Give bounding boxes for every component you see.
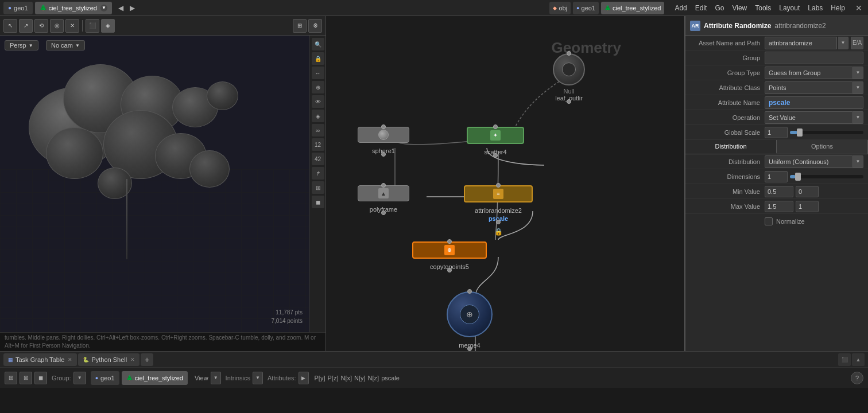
attribute-name-row: Attribute Name pscale (685, 95, 868, 110)
tab-ciel-tree-right[interactable]: 🌲 ciel_tree_stylized (601, 2, 664, 14)
asset-name-dropdown[interactable]: ▼ (838, 37, 848, 49)
side-tool-9[interactable]: 42 (312, 153, 324, 165)
side-tool-8[interactable]: 12 (312, 138, 324, 151)
node-null-leaf-outliner[interactable]: Null leaf_outlir (553, 53, 585, 102)
side-tool-1[interactable]: 🔍 (312, 38, 324, 50)
bottom-tab-python[interactable]: 🐍 Python Shell ✕ (78, 353, 140, 366)
node-attribrandomize2[interactable]: ≡ 🔒 attribrandomize2 pscale (464, 185, 533, 222)
menu-edit[interactable]: Edit (692, 3, 711, 13)
group-type-dropdown[interactable]: ▼ (853, 67, 863, 79)
select-tool-btn[interactable]: ↖ (3, 19, 17, 33)
no-cam-button[interactable]: No cam ▼ (46, 40, 85, 50)
tab-obj[interactable]: ◆ obj (549, 2, 571, 14)
btm-tool-1[interactable]: ⊞ (5, 372, 17, 384)
tab-close-python[interactable]: ✕ (130, 357, 135, 363)
layout-btn[interactable]: ⊞ (293, 19, 307, 33)
side-tool-6[interactable]: ◈ (312, 110, 324, 122)
panel-maximize-btn[interactable]: ▲ (852, 353, 865, 366)
tab-close-left[interactable]: ▼ (100, 5, 107, 11)
asset-name-label: Asset Name and Path (690, 40, 765, 46)
group-type-select[interactable]: Guess from Group ▼ (765, 67, 863, 79)
tab-distribution[interactable]: Distribution (685, 140, 777, 154)
group-type-label: Group Type (690, 69, 765, 76)
nav-forward[interactable]: ▶ (128, 3, 137, 13)
distribution-dropdown[interactable]: ▼ (853, 155, 863, 168)
menu-view[interactable]: View (728, 3, 750, 13)
bottom-tab-task-graph[interactable]: ▦ Task Graph Table ✕ (3, 353, 77, 366)
menu-labs[interactable]: Labs (804, 3, 826, 13)
menu-layout[interactable]: Layout (776, 3, 803, 13)
bottom-tabs-bar: ▦ Task Graph Table ✕ 🐍 Python Shell ✕ + … (0, 351, 868, 367)
nodegraph-panel: Geometry sphere1 ✦ scatter4 ▲ (326, 16, 684, 351)
view-dropdown[interactable]: ▼ (211, 372, 221, 384)
min-value-inputs[interactable]: 0.5 0 (765, 186, 863, 197)
menu-add[interactable]: Add (671, 3, 690, 13)
side-tool-7[interactable]: ∞ (312, 124, 324, 137)
btm-tool-2[interactable]: ⊠ (20, 372, 32, 384)
btm-help-btn[interactable]: ? (851, 372, 863, 384)
tab-geo1-left[interactable]: ● geo1 (3, 2, 33, 14)
light-tool-btn[interactable]: ✕ (65, 19, 79, 33)
intrinsics-dropdown[interactable]: ▼ (253, 372, 263, 384)
tab-ciel-tree-left[interactable]: 🌲 ciel_tree_stylized ▼ (35, 2, 112, 14)
bottom-geo1-tab[interactable]: ● geo1 (91, 371, 119, 385)
group-dropdown[interactable]: ▼ (73, 372, 86, 384)
max-value-inputs[interactable]: 1.5 1 (765, 201, 863, 212)
attribute-class-select[interactable]: Points ▼ (765, 81, 863, 94)
operation-dropdown[interactable]: ▼ (853, 111, 863, 124)
menu-tools[interactable]: Tools (751, 3, 774, 13)
tab-close-task[interactable]: ✕ (68, 357, 72, 363)
bottom-ciel-tab[interactable]: 🌲 ciel_tree_stylized (122, 371, 188, 385)
nz-coord: N[z] (368, 375, 379, 381)
attribute-class-dropdown[interactable]: ▼ (853, 81, 863, 94)
display-mode-btn[interactable]: ⬛ (86, 19, 99, 33)
asset-name-ext-btn[interactable]: E/A (851, 37, 863, 49)
node-polyframe[interactable]: ▲ polyframe (358, 185, 409, 213)
lock-icon: 🔒 (494, 228, 503, 236)
distribution-select[interactable]: Uniform (Continuous) ▼ (765, 155, 863, 168)
close-window-btn[interactable]: ✕ (853, 2, 865, 14)
transform-tool-btn[interactable]: ⟲ (34, 19, 48, 33)
dimensions-value[interactable]: 1 (765, 171, 863, 182)
asset-name-value[interactable]: attribrandomize ▼ E/A (765, 37, 863, 49)
menu-go[interactable]: Go (711, 3, 727, 13)
side-tool-12[interactable]: ◼ (312, 196, 324, 208)
group-input[interactable] (765, 52, 863, 64)
node-copytopoints5[interactable]: ⊕ copytopoints5 (412, 241, 487, 270)
menu-help[interactable]: Help (827, 3, 848, 13)
bottom-bar: ⊞ ⊠ ◼ Group: ▼ ● geo1 🌲 ciel_tree_styliz… (0, 367, 868, 388)
asset-name-row: Asset Name and Path attribrandomize ▼ E/… (685, 36, 868, 50)
side-tool-11[interactable]: ⊞ (312, 181, 324, 194)
render-mode-btn[interactable]: ◈ (101, 19, 115, 33)
node-scatter4[interactable]: ✦ scatter4 (467, 127, 524, 155)
persp-button[interactable]: Persp ▼ (5, 40, 38, 50)
panel-options-btn[interactable]: ⬛ (838, 353, 851, 366)
nav-back[interactable]: ◀ (117, 3, 126, 13)
attribute-name-input[interactable]: pscale (765, 96, 863, 109)
btm-tool-3[interactable]: ◼ (34, 372, 47, 384)
viewport-canvas[interactable]: Persp ▼ No cam ▼ (0, 36, 326, 332)
node-merge4[interactable]: ⊕ merge4 (447, 291, 493, 349)
node-sphere1[interactable]: sphere1 (358, 127, 409, 154)
side-tool-3[interactable]: ↔ (312, 67, 324, 79)
attr-play-btn[interactable]: ▶ (299, 372, 309, 384)
global-scale-slider[interactable] (790, 131, 863, 134)
dimensions-slider[interactable] (790, 175, 863, 178)
side-tool-2[interactable]: 🔒 (312, 52, 324, 65)
brush-tool-btn[interactable]: ↗ (19, 19, 33, 33)
properties-panel: AR Attribute Randomize attribrandomize2 … (684, 16, 868, 351)
settings-btn[interactable]: ⚙ (308, 19, 322, 33)
tab-options[interactable]: Options (777, 140, 868, 154)
camera-tool-btn[interactable]: ◎ (50, 19, 64, 33)
normalize-checkbox[interactable] (765, 217, 773, 225)
side-tool-10[interactable]: ↱ (312, 167, 324, 180)
side-tool-5[interactable]: 👁 (312, 95, 324, 108)
geo-icon: ● (8, 5, 11, 11)
global-scale-value[interactable]: 1 (765, 127, 863, 138)
add-tab-btn[interactable]: + (141, 353, 153, 366)
tab-geo1-right[interactable]: ● geo1 (573, 2, 599, 14)
dimensions-row: Dimensions 1 (685, 169, 868, 184)
side-tool-4[interactable]: ⊕ (312, 81, 324, 93)
operation-select[interactable]: Set Value ▼ (765, 111, 863, 124)
normalize-label: Normalize (776, 218, 805, 225)
